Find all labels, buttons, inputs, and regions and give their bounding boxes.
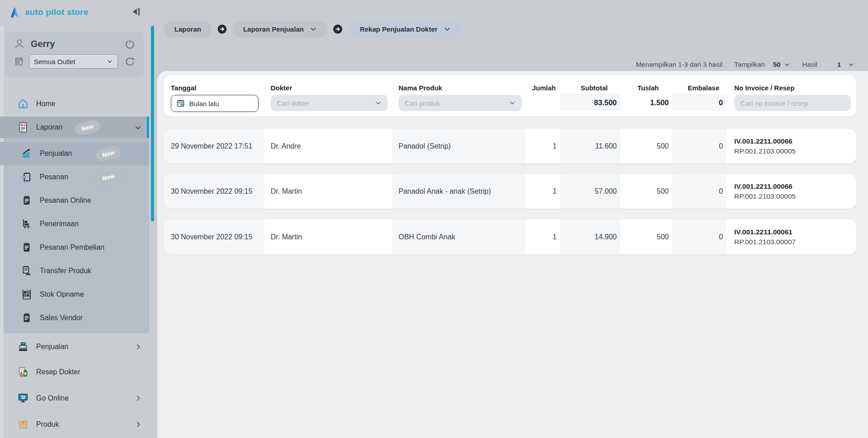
chevron-down-icon[interactable]	[848, 61, 854, 68]
doctor-filter-select[interactable]: Cari dokter	[271, 95, 388, 111]
new-badge: New	[74, 118, 102, 136]
column-header-dokter: Dokter	[264, 84, 392, 91]
cell-invoice: IV.001.2211.00066 RP.001.2103.00005	[727, 129, 856, 163]
cell-tanggal: 30 November 2022 09:15	[164, 219, 264, 254]
refresh-icon[interactable]	[124, 56, 136, 67]
sidebar-item-sales-vendor[interactable]: Sales Vendor	[0, 306, 149, 330]
sidebar-item-resep-dokter[interactable]: Resep Dokter	[0, 361, 149, 383]
invoice-search-input[interactable]	[734, 95, 851, 111]
sidebar-item-pesanan-pembelian[interactable]: Pesanan Pembelian	[0, 236, 149, 259]
arrow-right-circle-icon	[216, 23, 228, 35]
breadcrumb-laporan-penjualan[interactable]: Laporan Penjualan	[232, 21, 328, 37]
breadcrumb: Laporan Laporan Penjualan Rekap Penjuala…	[164, 21, 462, 37]
cell-nama-produk: OBH Combi Anak	[392, 219, 525, 254]
total-subtotal: 83.500	[560, 94, 620, 111]
pagination-bar: Menampilkan 1-3 dari 3 hasil Tampilkan 5…	[636, 61, 854, 68]
cell-dokter: Dr. Andre	[264, 129, 392, 163]
chevron-right-icon	[135, 421, 142, 428]
cell-embalase: 0	[672, 129, 727, 163]
sidebar-item-label: Stok Opname	[40, 290, 84, 298]
product-filter-select[interactable]: Cari produk	[399, 95, 522, 111]
page-size-value[interactable]: 50	[773, 61, 781, 68]
sidebar-item-pesanan[interactable]: Pesanan New	[0, 165, 149, 189]
outlet-select[interactable]: Semua Outlet	[29, 54, 118, 69]
main-content: Laporan Laporan Penjualan Rekap Penjuala…	[157, 0, 868, 438]
box-icon	[17, 419, 29, 430]
logo-text: auto pilot store	[25, 7, 88, 17]
sidebar-item-label: Sales Vendor	[40, 314, 83, 322]
sidebar-item-penjualan[interactable]: Penjualan	[0, 336, 149, 358]
invoice-number: IV.001.2211.00061	[734, 228, 793, 236]
chevron-right-icon	[135, 395, 142, 402]
sidebar-item-produk[interactable]: Produk	[0, 414, 149, 435]
page-size-label: Tampilkan	[734, 61, 765, 68]
notepad-icon	[21, 195, 33, 206]
table-row: 30 November 2022 09:15 Dr. Martin OBH Co…	[164, 219, 856, 254]
new-badge: New	[95, 144, 122, 163]
column-header-embalase: Embalase	[672, 84, 727, 91]
chevron-down-icon[interactable]	[784, 61, 790, 68]
sidebar-item-label: Home	[36, 100, 56, 108]
sidebar-item-penjualan-laporan[interactable]: Penjualan New	[0, 142, 149, 165]
column-header-tanggal: Tanggal	[164, 84, 264, 91]
cell-embalase: 0	[672, 174, 727, 209]
sidebar-item-label: Penjualan	[40, 149, 72, 158]
date-filter[interactable]: Bulan lalu	[171, 95, 258, 112]
sidebar-scrollbar-thumb[interactable]	[151, 26, 154, 221]
cell-tanggal: 29 November 2022 17:51	[164, 129, 264, 163]
user-card: Gerry Semua Outlet	[5, 32, 144, 77]
home-icon	[17, 98, 29, 110]
chevron-down-icon	[107, 58, 113, 65]
sidebar-item-laporan[interactable]: Laporan New	[0, 116, 149, 138]
invoice-number: IV.001.2211.00066	[734, 182, 793, 191]
cell-embalase: 0	[672, 219, 727, 254]
chevron-down-icon	[509, 100, 516, 106]
cell-tuslah: 500	[620, 174, 672, 209]
doctor-filter-placeholder: Cari dokter	[277, 99, 375, 107]
sidebar-item-label: Transfer Produk	[40, 267, 91, 275]
arrow-right-circle-icon	[332, 23, 343, 35]
outlet-selected-value: Semua Outlet	[34, 58, 107, 65]
cell-nama-produk: Panadol (Setrip)	[392, 129, 525, 163]
resep-number: RP.001.2103.00005	[734, 192, 796, 200]
store-icon	[14, 56, 24, 67]
cell-nama-produk: Panadol Anak - anak (Setrip)	[392, 174, 525, 209]
collapse-sidebar-icon[interactable]	[130, 6, 142, 17]
user-avatar-icon	[14, 38, 25, 50]
page-value[interactable]: 1	[837, 61, 841, 68]
cell-tanggal: 30 November 2022 09:15	[164, 174, 264, 209]
invoice-number: IV.001.2211.00066	[734, 137, 793, 145]
breadcrumb-rekap-penjualan-dokter[interactable]: Rekap Penjualan Dokter	[348, 21, 462, 37]
sidebar-item-label: Resep Dokter	[36, 368, 80, 376]
sidebar-item-pesanan-online[interactable]: Pesanan Online	[0, 189, 149, 212]
resep-number: RP.001.2103.00007	[734, 238, 796, 246]
logo: auto pilot store	[0, 0, 149, 24]
logout-power-icon[interactable]	[124, 38, 136, 50]
column-header-subtotal: Subtotal	[560, 84, 620, 91]
breadcrumb-label: Rekap Penjualan Dokter	[360, 25, 437, 33]
cell-subtotal: 11.600	[560, 129, 620, 163]
report-icon	[17, 121, 29, 133]
handtruck-icon	[21, 218, 33, 230]
logo-icon	[9, 6, 21, 19]
sidebar: auto pilot store Gerry Semua Outlet	[0, 0, 149, 438]
sidebar-nav: Home Laporan New Penjualan New	[0, 93, 149, 435]
total-tuslah: 1.500	[620, 94, 672, 111]
sidebar-item-go-online[interactable]: Go Online	[0, 387, 149, 409]
sidebar-item-stok-opname[interactable]: Stok Opname	[0, 283, 149, 306]
order-icon	[21, 171, 33, 183]
shelf-icon	[21, 289, 33, 300]
column-header-no-invoice: No Invoice / Resep	[727, 84, 856, 91]
calendar-icon	[176, 99, 185, 108]
resep-number: RP.001.2103.00005	[734, 147, 796, 155]
sidebar-item-transfer-produk[interactable]: Transfer Produk	[0, 259, 149, 283]
sidebar-item-home[interactable]: Home	[0, 93, 149, 115]
page-label: Hasil	[802, 61, 817, 68]
prescription-icon	[17, 366, 29, 378]
report-panel: Tanggal Bulan lalu Dokter	[157, 71, 868, 438]
transfer-icon	[21, 265, 33, 277]
notepad-icon	[21, 242, 33, 253]
sidebar-item-penerimaan[interactable]: Penerimaan	[0, 212, 149, 236]
cell-jumlah: 1	[525, 219, 560, 254]
breadcrumb-laporan[interactable]: Laporan	[164, 21, 212, 37]
